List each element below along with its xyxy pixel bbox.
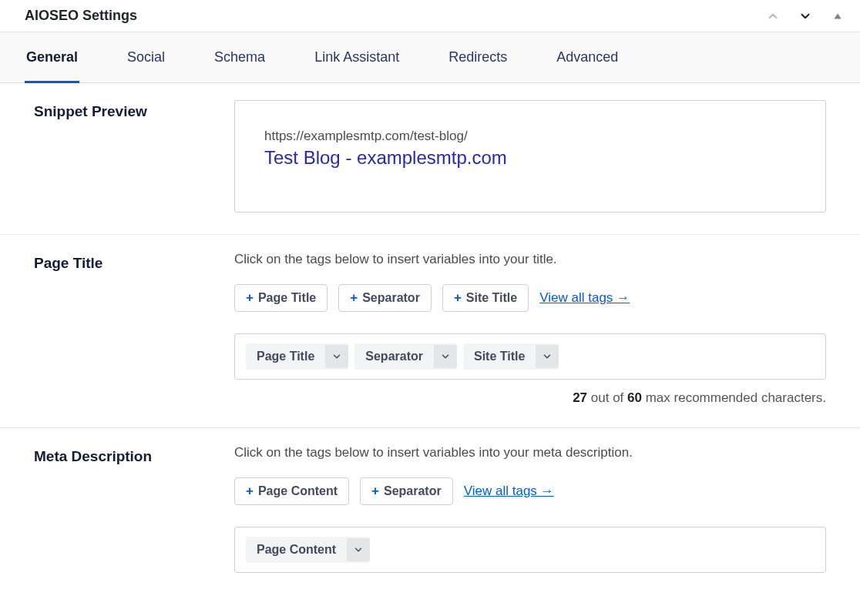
expand-down-icon[interactable] — [798, 9, 812, 23]
quick-tag-page-content[interactable]: + Page Content — [234, 477, 349, 505]
page-title-label: Page Title — [34, 252, 234, 406]
field-tag-label: Site Title — [463, 343, 536, 370]
tab-general[interactable]: General — [25, 32, 79, 83]
snippet-preview-label: Snippet Preview — [34, 100, 234, 213]
field-tag-label: Page Title — [246, 343, 325, 370]
plus-icon: + — [246, 290, 254, 306]
plus-icon: + — [454, 290, 462, 306]
tab-content: Snippet Preview https://examplesmtp.com/… — [0, 83, 860, 594]
quick-tag-label: Page Title — [258, 291, 316, 305]
page-title-quick-tags: + Page Title + Separator + Site Title Vi… — [234, 284, 826, 312]
snippet-url: https://examplesmtp.com/test-blog/ — [264, 129, 796, 144]
plus-icon: + — [350, 290, 358, 306]
meta-description-hint: Click on the tags below to insert variab… — [234, 445, 826, 460]
tab-schema[interactable]: Schema — [213, 32, 267, 82]
tab-advanced[interactable]: Advanced — [555, 32, 620, 82]
row-meta-description: Meta Description Click on the tags below… — [0, 428, 860, 594]
tab-link-assistant[interactable]: Link Assistant — [313, 32, 401, 82]
meta-description-label: Meta Description — [34, 445, 234, 573]
snippet-preview-box: https://examplesmtp.com/test-blog/ Test … — [234, 100, 826, 213]
page-title-body: Click on the tags below to insert variab… — [234, 252, 826, 406]
row-snippet-preview: Snippet Preview https://examplesmtp.com/… — [0, 83, 860, 235]
field-tag-site-title[interactable]: Site Title — [463, 343, 559, 370]
quick-tag-label: Page Content — [258, 484, 338, 498]
quick-tag-label: Site Title — [466, 291, 517, 305]
tab-redirects[interactable]: Redirects — [447, 32, 509, 82]
quick-tag-site-title[interactable]: + Site Title — [442, 284, 529, 312]
quick-tag-separator[interactable]: + Separator — [338, 284, 432, 312]
field-tag-label: Separator — [354, 343, 434, 370]
plus-icon: + — [246, 484, 254, 499]
plus-icon: + — [371, 484, 379, 499]
snippet-preview-body: https://examplesmtp.com/test-blog/ Test … — [234, 100, 826, 213]
snippet-title: Test Blog - examplesmtp.com — [264, 147, 796, 169]
field-tag-label: Page Content — [246, 537, 347, 563]
meta-description-field[interactable]: Page Content — [234, 527, 826, 573]
panel-header: AIOSEO Settings — [0, 0, 860, 32]
field-tag-page-title[interactable]: Page Title — [246, 343, 348, 370]
quick-tag-label: Separator — [384, 484, 442, 498]
page-title-field[interactable]: Page Title Separator Site Title — [234, 333, 826, 380]
tabs: General Social Schema Link Assistant Red… — [0, 32, 860, 83]
quick-tag-page-title[interactable]: + Page Title — [234, 284, 328, 312]
field-tag-page-content[interactable]: Page Content — [246, 537, 370, 563]
panel-title: AIOSEO Settings — [25, 8, 137, 24]
view-all-tags-link[interactable]: View all tags → — [464, 484, 554, 499]
counter-max: 60 — [627, 390, 642, 405]
tab-social[interactable]: Social — [126, 32, 166, 82]
quick-tag-label: Separator — [362, 291, 420, 305]
field-tag-separator[interactable]: Separator — [354, 343, 457, 370]
counter-current: 27 — [573, 390, 587, 405]
view-all-tags-link[interactable]: View all tags → — [539, 290, 630, 306]
chevron-down-icon[interactable] — [347, 538, 370, 561]
collapse-up-icon[interactable] — [766, 9, 780, 23]
meta-description-quick-tags: + Page Content + Separator View all tags… — [234, 477, 826, 505]
chevron-down-icon[interactable] — [536, 345, 559, 368]
chevron-down-icon[interactable] — [325, 345, 348, 368]
meta-description-body: Click on the tags below to insert variab… — [234, 445, 826, 573]
chevron-down-icon[interactable] — [434, 345, 457, 368]
panel-controls — [766, 9, 845, 23]
page-title-hint: Click on the tags below to insert variab… — [234, 252, 826, 267]
page-title-counter: 27 out of 60 max recommended characters. — [234, 390, 826, 406]
quick-tag-separator[interactable]: + Separator — [360, 477, 453, 505]
row-page-title: Page Title Click on the tags below to in… — [0, 235, 860, 428]
sidebar-collapse-icon[interactable] — [831, 9, 845, 23]
